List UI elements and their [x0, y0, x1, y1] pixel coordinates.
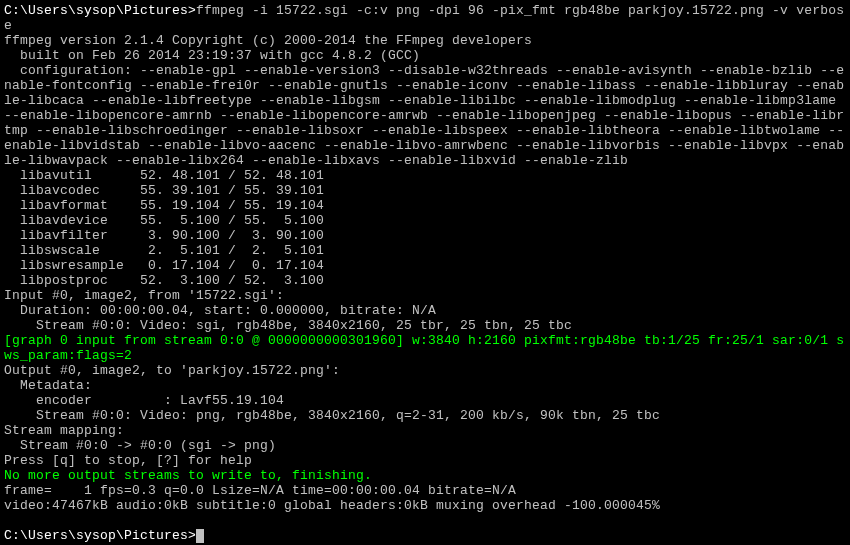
cursor	[196, 529, 204, 543]
terminal-output[interactable]: C:\Users\sysop\Pictures>ffmpeg -i 15722.…	[0, 0, 850, 545]
